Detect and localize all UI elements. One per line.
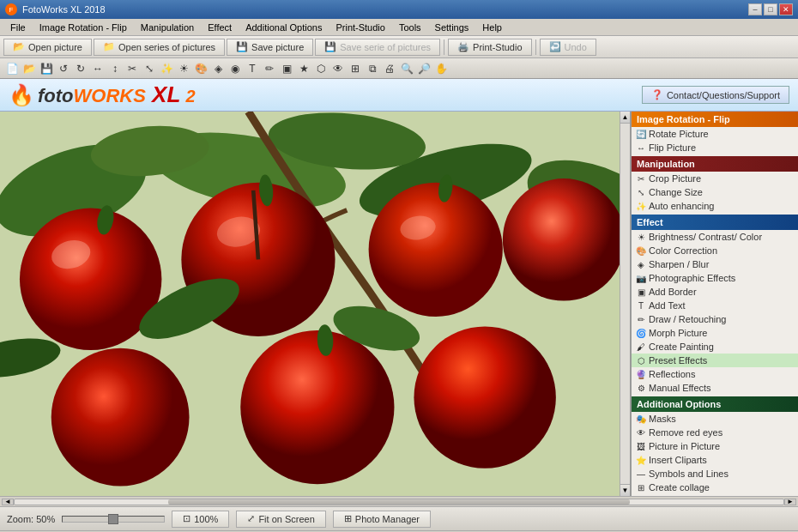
image-canvas: ▲ ▼ — [0, 112, 631, 496]
panel-item-manual-effects[interactable]: ⚙ Manual Effects — [632, 381, 798, 395]
flip-h-icon[interactable]: ↔ — [89, 60, 106, 77]
hand-icon[interactable]: ✋ — [432, 60, 450, 77]
close-button[interactable]: ✕ — [779, 3, 793, 15]
logo-bar: 🔥 fotoWORKS XL 2 ❓ Contact/Questions/Sup… — [0, 79, 798, 112]
sharpen-icon[interactable]: ◈ — [209, 60, 227, 77]
rotate-right-icon[interactable]: ↻ — [72, 60, 89, 77]
zoom-label: Zoom: 50% — [7, 514, 55, 524]
zoom-in-icon[interactable]: 🔍 — [398, 60, 415, 77]
resize-icon[interactable]: ⤡ — [141, 60, 158, 77]
blur-icon[interactable]: ◉ — [227, 60, 244, 77]
crop-icon[interactable]: ✂ — [124, 60, 141, 77]
menu-tools[interactable]: Tools — [392, 21, 428, 34]
border-icon[interactable]: ▣ — [278, 60, 295, 77]
panel-item-add-text[interactable]: T Add Text — [632, 299, 798, 312]
panel-item-sharpen[interactable]: ◈ Sharpen / Blur — [632, 257, 798, 271]
brightness-icon[interactable]: ☀ — [175, 60, 192, 77]
new-icon[interactable]: 📄 — [3, 60, 21, 77]
color-icon[interactable]: 🎨 — [192, 60, 209, 77]
panel-item-change-size[interactable]: ⤡ Change Size — [632, 185, 798, 199]
panel-item-crop[interactable]: ✂ Crop Picture — [632, 172, 798, 185]
menu-file[interactable]: File — [3, 21, 33, 34]
scroll-right-button[interactable]: ► — [784, 499, 796, 505]
panel-item-reflections[interactable]: 🔮 Reflections — [632, 367, 798, 381]
panel-item-color-correction[interactable]: 🎨 Color Correction — [632, 244, 798, 257]
icon-toolbar: 📄 📂 💾 ↺ ↻ ↔ ↕ ✂ ⤡ ✨ ☀ 🎨 ◈ ◉ T ✏ ▣ ★ ⬡ 👁 … — [0, 58, 798, 79]
panel-item-masks[interactable]: 🎭 Masks — [632, 412, 798, 426]
manual-effects-icon: ⚙ — [635, 382, 647, 394]
panel-item-flip-picture[interactable]: ↔ Flip Picture — [632, 141, 798, 154]
panel-item-insert-cliparts[interactable]: ⭐ Insert Cliparts — [632, 453, 798, 467]
panel-item-preset-effects[interactable]: ⬡ Preset Effects — [632, 354, 798, 367]
photo-manager-button[interactable]: ⊞ Photo Manager — [333, 511, 431, 528]
save-picture-button[interactable]: 💾 Save picture — [227, 39, 313, 56]
contact-button[interactable]: ❓ Contact/Questions/Support — [642, 86, 789, 104]
window-controls: – □ ✕ — [748, 3, 793, 15]
maximize-button[interactable]: □ — [764, 3, 777, 15]
draw-icon[interactable]: ✏ — [261, 60, 278, 77]
panel-section-additional: Additional Options 🎭 Masks 👁 Remove red … — [632, 396, 798, 496]
panel-item-picture-in-picture[interactable]: 🖼 Picture in Picture — [632, 439, 798, 453]
title-bar-left: F FotoWorks XL 2018 — [5, 3, 106, 15]
panel-item-rotate-picture[interactable]: 🔄 Rotate Picture — [632, 127, 798, 141]
batch-icon[interactable]: ⧉ — [364, 60, 381, 77]
menu-image-rotation[interactable]: Image Rotation - Flip — [33, 21, 134, 34]
horizontal-scroll-track[interactable] — [14, 499, 784, 505]
effects-icon[interactable]: ★ — [295, 60, 312, 77]
vertical-scrollbar[interactable]: ▲ ▼ — [620, 112, 630, 496]
open-icon[interactable]: 📂 — [21, 60, 38, 77]
panel-item-photo-effects[interactable]: 📷 Photographic Effects — [632, 271, 798, 285]
print-studio-button[interactable]: 🖨️ Print-Studio — [448, 39, 531, 56]
fit-screen-button[interactable]: ⤢ Fit on Screen — [236, 511, 325, 528]
menu-manipulation[interactable]: Manipulation — [134, 21, 201, 34]
menu-print-studio[interactable]: Print-Studio — [329, 21, 391, 34]
minimize-button[interactable]: – — [748, 3, 762, 15]
main-toolbar: 📂 Open picture 📁 Open series of pictures… — [0, 36, 798, 58]
enhance-icon[interactable]: ✨ — [158, 60, 175, 77]
open-picture-button[interactable]: 📂 Open picture — [3, 39, 92, 56]
logo-text: fotoWORKS XL 2 — [38, 82, 196, 108]
panel-item-remove-red-eyes[interactable]: 👁 Remove red eyes — [632, 426, 798, 439]
scroll-left-button[interactable]: ◄ — [2, 499, 14, 505]
save-icon[interactable]: 💾 — [38, 60, 55, 77]
print-icon[interactable]: 🖨 — [381, 60, 398, 77]
panel-item-add-border[interactable]: ▣ Add Border — [632, 285, 798, 299]
auto-enhance-icon: ✨ — [635, 200, 647, 212]
menu-help[interactable]: Help — [475, 21, 509, 34]
panel-item-symbols-lines[interactable]: — Symbols and Lines — [632, 467, 798, 481]
logo-flame-icon: 🔥 — [9, 83, 34, 107]
collage-icon[interactable]: ⊞ — [347, 60, 364, 77]
open-series-button[interactable]: 📁 Open series of pictures — [94, 39, 225, 56]
panel-item-auto-enhance[interactable]: ✨ Auto enhancing — [632, 199, 798, 213]
menu-additional-options[interactable]: Additional Options — [239, 21, 329, 34]
window-title: FotoWorks XL 2018 — [22, 4, 106, 15]
panel-item-brightness[interactable]: ☀ Brightness/ Contrast/ Color — [632, 230, 798, 244]
scroll-down-button[interactable]: ▼ — [620, 484, 631, 496]
scroll-up-button[interactable]: ▲ — [620, 112, 631, 124]
zoom-100-button[interactable]: ⊡ 100% — [172, 511, 229, 528]
crop-picture-icon: ✂ — [635, 172, 647, 184]
right-panel: Image Rotation - Flip 🔄 Rotate Picture ↔… — [631, 112, 798, 496]
panel-item-morph[interactable]: 🌀 Morph Picture — [632, 326, 798, 340]
rotate-left-icon[interactable]: ↺ — [55, 60, 72, 77]
menu-effect[interactable]: Effect — [201, 21, 239, 34]
rotate-picture-icon: 🔄 — [635, 128, 647, 140]
fit-screen-icon: ⤢ — [247, 513, 255, 524]
panel-section-effect: Effect ☀ Brightness/ Contrast/ Color 🎨 C… — [632, 215, 798, 395]
horizontal-scroll-thumb[interactable] — [168, 499, 630, 505]
zoom-slider[interactable] — [62, 516, 165, 523]
create-painting-icon: 🖌 — [635, 341, 647, 353]
redeye-icon[interactable]: 👁 — [329, 60, 347, 77]
zoom-out-icon[interactable]: 🔎 — [415, 60, 432, 77]
panel-item-create-painting[interactable]: 🖌 Create Painting — [632, 340, 798, 354]
panel-item-batch-processing[interactable]: ⧉ Batch processing — [632, 494, 798, 496]
menu-settings[interactable]: Settings — [428, 21, 476, 34]
panel-item-draw-retouch[interactable]: ✏ Draw / Retouching — [632, 312, 798, 326]
flip-v-icon[interactable]: ↕ — [106, 60, 124, 77]
horizontal-scroll-area: ◄ ► — [0, 496, 798, 506]
save-series-button: 💾 Save serie of pictures — [315, 39, 440, 56]
preset-icon[interactable]: ⬡ — [312, 60, 329, 77]
text-icon[interactable]: T — [244, 60, 261, 77]
panel-item-create-collage[interactable]: ⊞ Create collage — [632, 481, 798, 494]
add-text-icon: T — [635, 299, 647, 311]
